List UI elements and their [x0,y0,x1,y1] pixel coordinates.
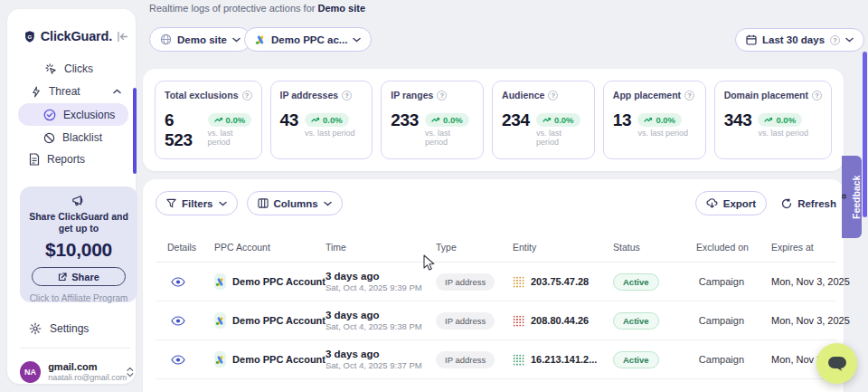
sidebar-item-threat[interactable]: Threat [18,81,128,102]
time-relative: 3 days ago [326,271,436,282]
refresh-icon [781,198,792,209]
delta-value: 0.0% [323,115,343,125]
sidebar-item-exclusions[interactable]: Exclusions [18,103,128,126]
help-icon[interactable]: ? [342,91,352,100]
status-badge: Active [613,312,659,330]
expires-at-cell: Mon, Nov 3, 2025 [749,315,836,326]
export-label: Export [723,198,756,209]
export-button[interactable]: Export [695,191,767,215]
sidebar-scrollbar-thumb[interactable] [133,88,137,174]
help-icon[interactable]: ? [548,91,558,100]
stat-card-app-placement: App placement? 13 0.0% vs. last period [603,81,706,159]
help-icon[interactable]: ? [684,91,694,100]
time-absolute: Sat, Oct 4, 2025 9:38 PM [326,321,436,331]
ppc-account-name: Demo PPC Account [232,315,326,326]
filters-button[interactable]: Filters [156,191,238,215]
avatar: NA [20,361,41,383]
date-range-dropdown[interactable]: Last 30 days ? [735,28,864,52]
help-icon[interactable]: ? [812,91,822,100]
account-switcher[interactable]: NA gmail.com naatali.ro@gmail.com [20,359,134,386]
stat-caption: vs. last period [536,129,585,147]
chat-widget-button[interactable] [816,343,857,384]
entity-cell: 203.75.47.28 [513,276,613,288]
entity-identicon [513,354,524,366]
expires-at-cell: Mon, Nov 3, 2025 [749,276,836,287]
sidebar-collapse-button[interactable] [117,32,128,42]
stat-title: App placement [613,90,681,100]
status-cell: Active [613,311,696,330]
chevron-down-icon [324,201,332,206]
user-name: gmail.com [48,361,127,372]
export-download-icon [706,198,718,208]
sidebar-item-label: Threat [49,85,80,98]
excluded-on-cell: Campaign [696,276,749,287]
sidebar-item-label: Blacklist [62,131,102,144]
sidebar-item-blacklist[interactable]: Blacklist [18,127,128,148]
site-filter-dropdown[interactable]: Demo site [149,27,251,52]
columns-button[interactable]: Columns [247,191,343,215]
check-circle-icon [43,109,56,121]
delta-badge: 0.0% [637,113,682,127]
stat-value: 233 [391,110,419,130]
chevron-up-icon [113,89,121,94]
eye-icon [171,277,185,287]
help-icon[interactable]: ? [242,91,252,100]
lightning-icon [31,86,42,98]
entity-cell: 208.80.44.26 [513,315,613,327]
ppc-account-cell: Demo PPC Account [214,273,326,290]
help-icon[interactable]: ? [830,35,840,45]
share-button[interactable]: Share [32,267,126,286]
trend-up-icon [542,117,552,123]
stat-value: 13 [613,110,632,130]
details-eye-button[interactable] [171,277,214,287]
stat-caption: vs. last period [758,129,808,138]
type-cell: IP address [436,350,513,368]
stat-value: 343 [724,110,752,130]
document-icon [29,153,40,166]
details-eye-button[interactable] [171,355,214,365]
settings-label: Settings [50,322,89,335]
sidebar-item-reports[interactable]: Reports [18,148,128,170]
filters-label: Filters [182,198,213,209]
page-scrollbar-thumb[interactable] [863,52,867,217]
table-row: Demo PPC Account 3 days ago Sat, Oct 4, … [156,301,836,340]
affiliate-promo-card[interactable]: Share ClickGuard and get up to $10,000 S… [20,186,137,302]
status-cell: Active [613,350,696,368]
entity-identicon [513,276,524,288]
stat-caption: vs. last period [208,129,252,147]
promo-footer-text: Click to Affiliate Program [20,293,137,303]
time-cell: 3 days ago Sat, Oct 4, 2025 9:37 PM [326,349,436,370]
account-filter-dropdown[interactable]: Demo PPC ac... [244,27,372,52]
delta-value: 0.0% [776,115,796,125]
sidebar-item-clicks[interactable]: Clicks [18,58,128,80]
feedback-tab[interactable]: Feedback [842,156,862,238]
type-badge: IP address [436,273,495,291]
entity-cell: 16.213.141.2... [513,354,613,366]
help-icon[interactable]: ? [437,91,447,100]
feedback-label: Feedback [851,175,862,218]
status-badge: Active [613,273,659,291]
status-cell: Active [613,272,696,291]
time-absolute: Sat, Oct 4, 2025 9:39 PM [326,282,436,292]
google-ads-icon [255,34,266,45]
stat-card-domain-placement: Domain placement? 343 0.0% vs. last peri… [714,81,832,159]
feedback-smiley-icon [842,193,846,202]
refresh-button[interactable]: Refresh [781,198,836,209]
clickguard-dashboard: G ClickGuard. Clicks Threat [0,0,868,392]
time-relative: 3 days ago [326,310,436,320]
globe-icon [160,33,172,45]
sidebar-divider [20,348,130,349]
trend-up-icon [644,117,653,123]
chevron-down-icon [219,201,227,206]
logo: G ClickGuard. [24,27,128,45]
type-cell: IP address [436,311,513,330]
details-eye-button[interactable] [171,316,214,326]
entity-value: 16.213.141.2... [531,354,597,365]
sidebar-item-label: Reports [47,153,85,166]
subtitle-prefix: Realtime logs of protective actions for [149,3,317,14]
column-header-details: Details [156,242,214,253]
table-row: Demo PPC Account 3 days ago Sat, Oct 4, … [156,263,836,301]
type-cell: IP address [436,272,513,291]
column-header-expires-at: Expires at [749,242,836,253]
sidebar-item-settings[interactable]: Settings [18,318,127,339]
